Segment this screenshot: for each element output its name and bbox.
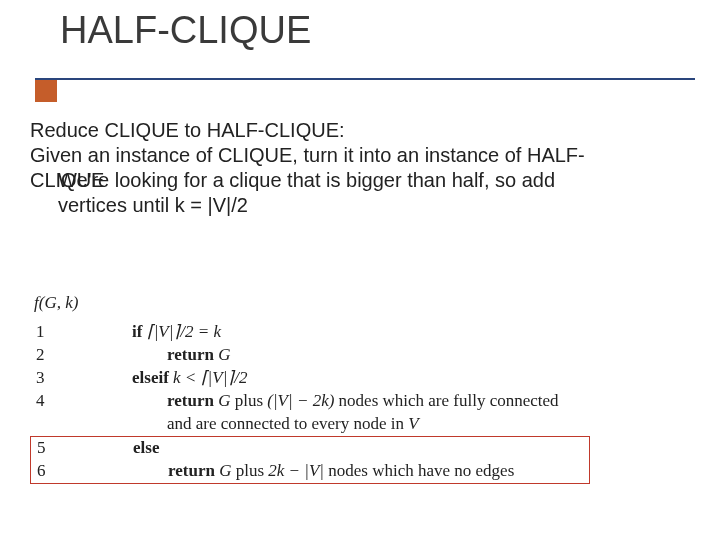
- algo-code: else: [63, 437, 589, 460]
- line-number: 1: [30, 321, 62, 344]
- accent-square-icon: [35, 80, 57, 102]
- body-line-4: vertices until k = |V|/2: [30, 193, 695, 218]
- body-line-2: Given an instance of CLIQUE, turn it int…: [30, 143, 695, 168]
- algo-row-1: 1 if ⌈|V|⌉/2 = k: [30, 321, 590, 344]
- line-number: 4: [30, 390, 62, 413]
- algo-signature: f(G, k): [34, 292, 590, 315]
- algo-row-2: 2 return G: [30, 344, 590, 367]
- line-number: 2: [30, 344, 62, 367]
- body-line-1: Reduce CLIQUE to HALF-CLIQUE:: [30, 118, 695, 143]
- algo-row-6: 6 return G plus 2k − |V| nodes which hav…: [31, 460, 589, 483]
- line-number: 5: [31, 437, 63, 460]
- algo-code: return G: [62, 344, 590, 367]
- algo-code: if ⌈|V|⌉/2 = k: [62, 321, 590, 344]
- algo-code: return G plus 2k − |V| nodes which have …: [63, 460, 589, 483]
- algorithm-block: f(G, k) 1 if ⌈|V|⌉/2 = k 2 return G 3 el…: [30, 292, 590, 484]
- body-line-3b: We're looking for a clique that is bigge…: [30, 168, 695, 193]
- algo-row-3: 3 elseif k < ⌈|V|⌉/2: [30, 367, 590, 390]
- slide-title: HALF-CLIQUE: [60, 8, 311, 54]
- line-number: 3: [30, 367, 62, 390]
- else-highlight-box: 5 else 6 return G plus 2k − |V| nodes wh…: [30, 436, 590, 484]
- algo-row-4b: and are connected to every node in V: [30, 413, 590, 436]
- algo-code: elseif k < ⌈|V|⌉/2: [62, 367, 590, 390]
- title-underline: [35, 78, 695, 80]
- algo-row-5: 5 else: [31, 437, 589, 460]
- body-text: Reduce CLIQUE to HALF-CLIQUE: Given an i…: [30, 118, 695, 218]
- slide: HALF-CLIQUE Reduce CLIQUE to HALF-CLIQUE…: [0, 0, 720, 540]
- algo-code: return G plus (|V| − 2k) nodes which are…: [62, 390, 590, 413]
- algo-row-4: 4 return G plus (|V| − 2k) nodes which a…: [30, 390, 590, 413]
- body-line-3-wrap: CLIQUE We're looking for a clique that i…: [30, 168, 695, 193]
- body-line-3a: CLIQUE: [30, 168, 104, 193]
- line-number: 6: [31, 460, 63, 483]
- algo-code: and are connected to every node in V: [62, 413, 590, 436]
